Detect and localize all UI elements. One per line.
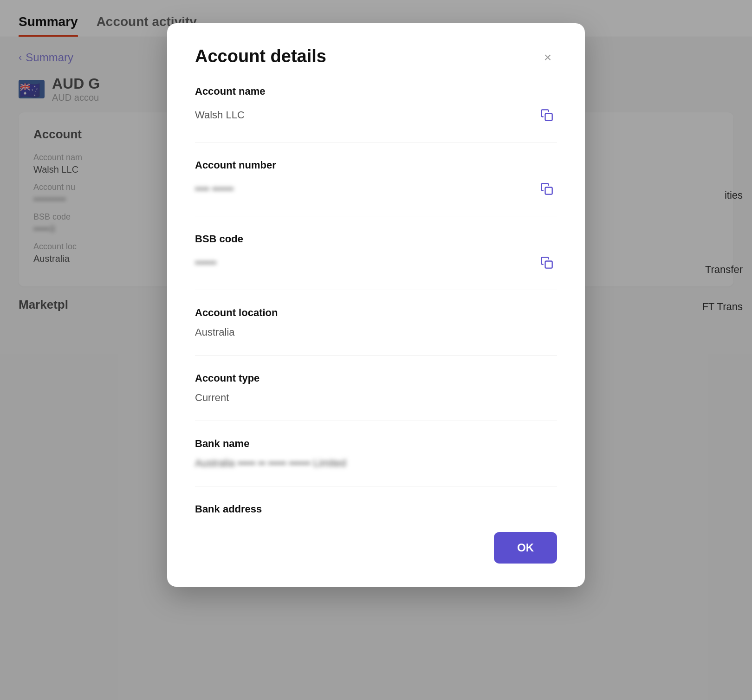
modal-field-bsb: BSB code •••••• [195,233,557,273]
modal-field-label-bsb: BSB code [195,233,557,245]
modal-title: Account details [195,46,326,66]
modal-header: Account details × [195,46,557,67]
modal-field-value-account-location: Australia [195,326,235,338]
ok-button[interactable]: OK [494,532,557,564]
divider-1 [195,142,557,143]
modal-field-label-account-type: Account type [195,372,557,384]
modal-field-value-account-type: Current [195,392,229,404]
modal-field-account-name: Account name Walsh LLC [195,85,557,125]
copy-bsb-button[interactable] [537,253,557,273]
divider-5 [195,421,557,421]
modal-field-bank-name: Bank name Australia ••••• •• ••••• •••••… [195,438,557,469]
modal-field-value-row-account-type: Current [195,392,557,404]
modal-field-value-row-bsb: •••••• [195,253,557,273]
divider-3 [195,290,557,290]
modal-field-account-type: Account type Current [195,372,557,404]
divider-4 [195,355,557,356]
modal-field-value-bsb: •••••• [195,257,216,269]
copy-account-number-button[interactable] [537,179,557,199]
close-button[interactable]: × [538,48,557,67]
modal-field-label-account-name: Account name [195,85,557,97]
modal-field-account-number: Account number •••• •••••• [195,159,557,199]
modal-field-account-location: Account location Australia [195,307,557,338]
account-details-modal: Account details × Account name Walsh LLC… [167,23,585,587]
divider-2 [195,216,557,216]
modal-field-label-account-location: Account location [195,307,557,319]
modal-field-label-bank-address: Bank address [195,503,557,515]
modal-field-value-row-account-number: •••• •••••• [195,179,557,199]
divider-6 [195,486,557,486]
modal-field-value-row-bank-name: Australia ••••• •• ••••• •••••• Limited [195,457,557,469]
svg-rect-1 [545,188,552,194]
modal-field-value-account-name: Walsh LLC [195,109,245,121]
modal-field-label-bank-name: Bank name [195,438,557,450]
modal-field-value-account-number: •••• •••••• [195,183,233,195]
modal-field-bank-address: Bank address [195,503,557,515]
modal-field-value-row-account-location: Australia [195,326,557,338]
svg-rect-2 [545,261,552,268]
modal-field-label-account-number: Account number [195,159,557,171]
copy-account-name-button[interactable] [537,105,557,125]
modal-field-value-row-account-name: Walsh LLC [195,105,557,125]
svg-rect-0 [545,114,552,121]
modal-footer: OK [195,532,557,564]
modal-field-value-bank-name: Australia ••••• •• ••••• •••••• Limited [195,457,346,469]
